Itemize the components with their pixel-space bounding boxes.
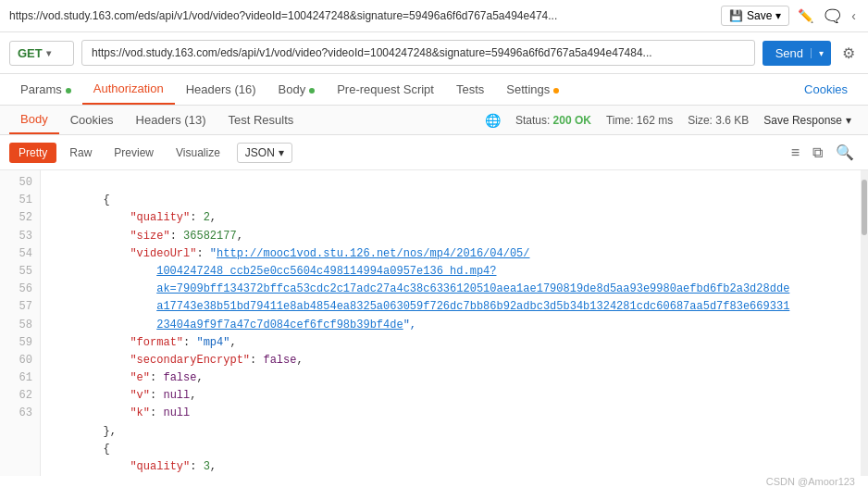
time-value: 162 ms bbox=[637, 114, 673, 127]
format-toolbar: Pretty Raw Preview Visualize JSON ▾ ≡ ⧉ … bbox=[0, 135, 868, 170]
format-visualize-button[interactable]: Visualize bbox=[167, 143, 229, 163]
method-select[interactable]: GET ▾ bbox=[9, 41, 74, 66]
response-tab-body[interactable]: Body bbox=[9, 106, 59, 134]
line-num-60: 60 bbox=[0, 352, 40, 369]
line-num-63: 63 bbox=[0, 405, 40, 422]
code-area: 50 51 52 53 54 55 56 57 58 59 60 61 62 6… bbox=[0, 170, 868, 476]
code-line-53: "videoUrl": "http://mooc1vod.stu.126.net… bbox=[50, 247, 789, 476]
body-dot bbox=[309, 88, 315, 94]
tab-params[interactable]: Params bbox=[9, 75, 82, 104]
line-num-53: 53 bbox=[0, 228, 40, 245]
line-num-59: 59 bbox=[0, 334, 40, 352]
format-preview-button[interactable]: Preview bbox=[105, 143, 163, 163]
line-num-56: 56 bbox=[0, 281, 40, 298]
response-tab-test-results[interactable]: Test Results bbox=[217, 106, 304, 133]
tab-authorization[interactable]: Authorization bbox=[82, 74, 175, 105]
video-url-link-53e[interactable]: 23404a9f9f7a47c7d084cef6fcf98b39bf4de bbox=[156, 319, 403, 331]
size-value: 3.6 KB bbox=[715, 114, 749, 127]
scrollbar-thumb[interactable] bbox=[862, 180, 867, 235]
line-num-50: 50 bbox=[0, 174, 40, 192]
line-num-54: 54 bbox=[0, 245, 40, 263]
settings-dot bbox=[553, 88, 559, 94]
filter-icon[interactable]: ≡ bbox=[787, 142, 804, 164]
search-icon[interactable]: 🔍 bbox=[831, 141, 859, 164]
tabs-row: Params Authorization Headers (16) Body P… bbox=[0, 74, 868, 106]
code-line-54: "format": "mp4", bbox=[50, 336, 237, 349]
params-dot bbox=[66, 88, 71, 94]
code-line-52: "size": 36582177, bbox=[50, 230, 243, 243]
cookies-button[interactable]: Cookies bbox=[793, 75, 859, 104]
url-input[interactable] bbox=[81, 40, 755, 66]
send-arrow-icon[interactable]: ▾ bbox=[811, 48, 831, 58]
method-label: GET bbox=[18, 46, 43, 60]
code-line-59: }, bbox=[50, 425, 117, 438]
url-actions: 💾 Save ▾ ✏️ 🗨️ ‹ bbox=[721, 6, 859, 26]
url-bar-text: https://vod.study.163.com/eds/api/v1/vod… bbox=[9, 9, 713, 22]
code-line-58: "k": null bbox=[50, 406, 190, 419]
status-value: 200 OK bbox=[553, 114, 591, 127]
code-line-53e: 23404a9f9f7a47c7d084cef6fcf98b39bf4de", bbox=[50, 319, 416, 331]
video-url-link-53d[interactable]: a17743e38b51bd79411e8ab4854ea8325a063059… bbox=[156, 300, 789, 313]
time-label: Time: 162 ms bbox=[606, 114, 673, 127]
json-label: JSON bbox=[245, 146, 275, 159]
json-arrow-icon: ▾ bbox=[279, 146, 284, 159]
send-button[interactable]: Send ▾ bbox=[763, 41, 831, 66]
code-line-53b: 1004247248_ccb25e0cc5604c498114994a0957e… bbox=[50, 265, 496, 278]
tab-pre-request[interactable]: Pre-request Script bbox=[326, 75, 445, 104]
code-line-60: { bbox=[50, 443, 110, 456]
url-bar: https://vod.study.163.com/eds/api/v1/vod… bbox=[0, 0, 868, 32]
response-tab-cookies[interactable]: Cookies bbox=[59, 106, 125, 133]
code-line-50: { bbox=[50, 194, 110, 206]
method-arrow-icon: ▾ bbox=[46, 48, 51, 58]
size-label: Size: 3.6 KB bbox=[688, 114, 749, 127]
format-pretty-button[interactable]: Pretty bbox=[9, 143, 56, 163]
code-line-57: "v": null, bbox=[50, 389, 196, 402]
code-line-56: "e": false, bbox=[50, 371, 204, 384]
response-status: 🌐 Status: 200 OK Time: 162 ms Size: 3.6 … bbox=[485, 113, 859, 128]
status-label: Status: 200 OK bbox=[515, 114, 591, 127]
request-row: GET ▾ Send ▾ ⚙ bbox=[0, 32, 868, 74]
save-response-label: Save Response bbox=[763, 114, 842, 127]
copy-icon[interactable]: ⧉ bbox=[808, 142, 827, 164]
line-numbers: 50 51 52 53 54 55 56 57 58 59 60 61 62 6… bbox=[0, 170, 41, 476]
json-select[interactable]: JSON ▾ bbox=[237, 143, 292, 163]
code-line-55: "secondaryEncrypt": false, bbox=[50, 354, 304, 367]
save-response-arrow-icon: ▾ bbox=[846, 114, 851, 127]
code-content: { "quality": 2, "size": 36582177, "video… bbox=[41, 170, 861, 476]
code-line-53d: a17743e38b51bd79411e8ab4854ea8325a063059… bbox=[50, 300, 789, 313]
scrollbar-track[interactable] bbox=[861, 170, 868, 476]
line-num-52: 52 bbox=[0, 209, 40, 227]
video-url-link-53c[interactable]: ak=7909bff134372bffca53cdc2c17adc27a4c38… bbox=[156, 282, 789, 295]
line-num-62: 62 bbox=[0, 387, 40, 405]
line-num-57: 57 bbox=[0, 298, 40, 316]
save-button[interactable]: 💾 Save ▾ bbox=[721, 6, 789, 26]
comment-icon[interactable]: 🗨️ bbox=[822, 6, 843, 26]
format-raw-button[interactable]: Raw bbox=[60, 143, 101, 163]
save-label: Save bbox=[747, 9, 772, 22]
tab-headers[interactable]: Headers (16) bbox=[175, 75, 267, 104]
code-line-61: "quality": 3, bbox=[50, 460, 217, 473]
pencil-icon[interactable]: ✏️ bbox=[795, 6, 816, 26]
chevron-left-icon[interactable]: ‹ bbox=[849, 6, 859, 26]
code-line-53c: ak=7909bff134372bffca53cdc2c17adc27a4c38… bbox=[50, 282, 789, 295]
response-tab-headers[interactable]: Headers (13) bbox=[125, 106, 217, 133]
line-num-58: 58 bbox=[0, 317, 40, 334]
line-num-61: 61 bbox=[0, 369, 40, 387]
video-url-link-53b[interactable]: 1004247248_ccb25e0cc5604c498114994a0957e… bbox=[156, 265, 496, 278]
floppy-icon: 💾 bbox=[729, 9, 743, 22]
video-url-link-53[interactable]: http://mooc1vod.stu.126.net/nos/mp4/2016… bbox=[217, 247, 529, 260]
code-line-51: "quality": 2, bbox=[50, 211, 217, 224]
globe-icon: 🌐 bbox=[485, 113, 501, 128]
send-label: Send bbox=[775, 46, 803, 60]
response-tabs-row: Body Cookies Headers (13) Test Results 🌐… bbox=[0, 106, 868, 135]
settings-icon[interactable]: ⚙ bbox=[838, 41, 859, 66]
chevron-down-icon: ▾ bbox=[775, 9, 781, 22]
tab-body[interactable]: Body bbox=[267, 75, 327, 104]
save-response-button[interactable]: Save Response ▾ bbox=[763, 114, 851, 127]
line-num-51: 51 bbox=[0, 192, 40, 209]
line-num-55: 55 bbox=[0, 263, 40, 281]
tab-tests[interactable]: Tests bbox=[445, 75, 495, 104]
tab-settings[interactable]: Settings bbox=[495, 75, 570, 104]
